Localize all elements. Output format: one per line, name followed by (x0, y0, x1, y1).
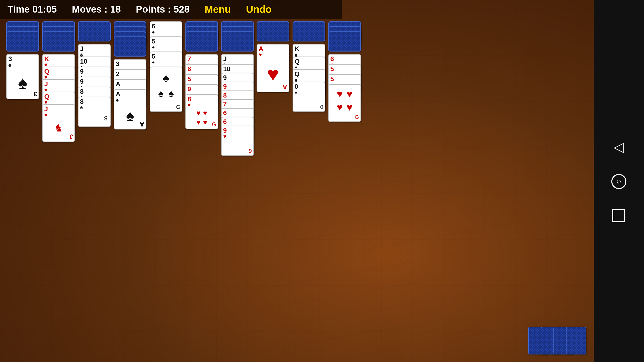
card-8-hearts[interactable]: 8 ♥ ♥♥ ♥♥ G (185, 94, 218, 129)
card-bottom-spades[interactable]: ♠ ♠ ♠ G (150, 67, 182, 112)
column-10[interactable]: 6 ♥ 5 ♥ 5 ♥ ♥ ♥ ♥ ♥ G (328, 21, 361, 122)
recents-button[interactable] (612, 209, 625, 222)
column-9[interactable]: K ♠ ♚ Q ♠ ♛ Q ♠ ♛ 0 ♠ 0 (293, 21, 325, 112)
card-back (114, 36, 146, 57)
column-8[interactable]: A ♥ ♥ A (257, 21, 289, 92)
card-back (42, 31, 75, 52)
card-3-spades[interactable]: 3 ♠ ♠ 3 (6, 54, 39, 99)
stock-card-4 (566, 327, 586, 354)
card-back (6, 31, 39, 52)
column-1[interactable]: 3 ♠ ♠ 3 (6, 21, 39, 99)
menu-button[interactable]: Menu (205, 4, 231, 15)
column-7[interactable]: J ♠ 10 ♠ 9 ♠ 9 ♥ 8 ♥ 7 ♥ 6 (221, 21, 254, 156)
column-5[interactable]: 6 ♠ 5 ♠ 5 ♠ ♠ ♠ ♠ G (150, 21, 182, 112)
card-8-spades-2[interactable]: 8 ♠ 8 (78, 97, 111, 127)
moves-display: Moves : 18 (72, 4, 121, 15)
column-6[interactable]: 7 ♥ 6 ♥ 5 ♥ 9 ♥ 8 ♥ ♥♥ ♥♥ G (185, 21, 218, 129)
card-9-hearts-col7-last[interactable]: 9 ♥ 9 (221, 126, 254, 156)
points-display: Points : 528 (136, 4, 189, 15)
card-back (221, 31, 254, 52)
card-back (185, 31, 218, 52)
time-display: Time 01:05 (8, 4, 57, 15)
column-2[interactable]: K ♥ 👑❤ Q ♥ ♛ J ♥ ♞ Q ♥ ♛ J ♥ ♞ J (42, 21, 75, 142)
home-button[interactable]: ○ (611, 174, 626, 189)
game-header: Time 01:05 Moves : 18 Points : 528 Menu … (0, 0, 342, 19)
back-icon[interactable]: ◁ (614, 140, 624, 154)
undo-button[interactable]: Undo (246, 4, 272, 15)
card-back (328, 31, 361, 52)
home-icon: ○ (616, 177, 621, 186)
nav-panel: ◁ ○ (594, 0, 644, 362)
stock-pile[interactable] (536, 327, 586, 354)
card-10-spades-col9[interactable]: 0 ♠ 0 (293, 82, 325, 112)
card-bottom-hearts[interactable]: ♥ ♥ ♥ ♥ G (328, 84, 361, 122)
column-3[interactable]: J ♠ 10 ♠ 9 ♠ 9 ♠ 8 ♠ 8 ♠ 8 (78, 21, 111, 127)
card-back (293, 21, 325, 41)
card-A-hearts[interactable]: A ♥ ♥ A (257, 44, 289, 92)
card-back (257, 21, 289, 41)
game-area: 3 ♠ ♠ 3 K ♥ 👑❤ Q ♥ ♛ J ♥ ♞ Q ♥ (3, 20, 340, 361)
card-back (78, 21, 111, 41)
column-4[interactable]: 3 ♠ 2 ♠ A ♠ A ♠ ♠ A (114, 21, 146, 129)
card-J-hearts-2[interactable]: J ♥ ♞ J (42, 104, 75, 142)
card-A-spades-2[interactable]: A ♠ ♠ A (114, 89, 146, 129)
